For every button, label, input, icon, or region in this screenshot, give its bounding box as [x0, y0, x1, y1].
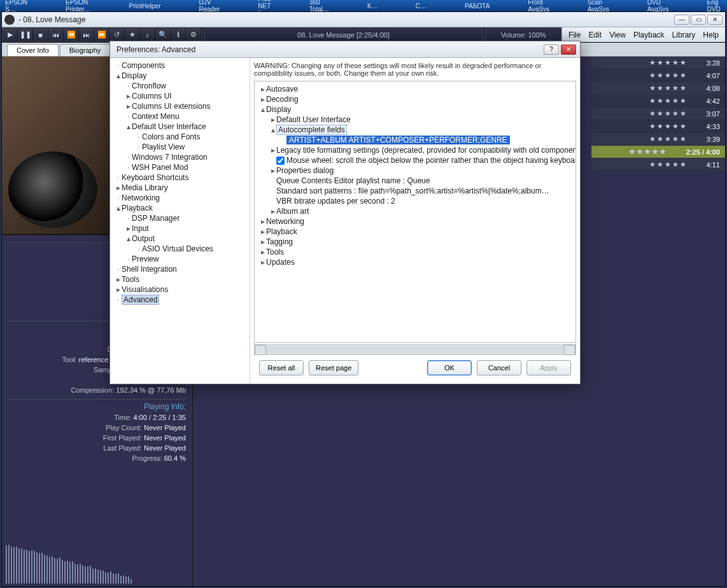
tree-node[interactable]: ▸Media Library: [113, 183, 247, 193]
tree-node[interactable]: ·Colors and Fonts: [113, 132, 247, 142]
tree-node[interactable]: ▸Columns UI: [113, 91, 247, 101]
tree-node[interactable]: ▴Playback: [113, 203, 247, 213]
search-button[interactable]: 🔍: [155, 28, 171, 41]
apply-button[interactable]: Apply: [526, 360, 571, 375]
playlist-row[interactable]: ★★★★★3:07: [591, 108, 725, 120]
taskbar-item[interactable]: К…: [367, 3, 378, 10]
settings-node[interactable]: ▸Tools: [257, 247, 573, 257]
ok-button[interactable]: OK: [427, 360, 472, 375]
playlist-row[interactable]: ★★★★★3:28: [591, 57, 725, 69]
taskbar-item[interactable]: EPSON S…: [5, 0, 27, 11]
taskbar-item[interactable]: Scan AvaSys: [588, 0, 609, 11]
menu-view[interactable]: View: [609, 31, 626, 39]
reset-page-button[interactable]: Reset page: [309, 360, 358, 375]
settings-node[interactable]: ▸Tagging: [257, 237, 573, 247]
taskbar-item[interactable]: EPSON Printer…: [66, 0, 90, 11]
tree-node[interactable]: ·Playlist View: [113, 142, 247, 152]
menu-playback[interactable]: Playback: [633, 31, 665, 39]
tree-node[interactable]: ▴Default User Interface: [113, 122, 247, 132]
volume-display[interactable]: Volume: 100%: [485, 27, 561, 42]
playlist-row[interactable]: ★★★★★4:11: [591, 158, 725, 171]
advanced-settings-tree[interactable]: ▸Autosave▸Decoding▴Display▸Default User …: [254, 81, 576, 343]
tree-node[interactable]: ▸Input: [113, 223, 247, 234]
taskbar-item[interactable]: 360 Total…: [309, 0, 329, 11]
settings-node[interactable]: ▸Autosave: [257, 84, 573, 94]
reset-all-button[interactable]: Reset all: [259, 360, 304, 375]
menu-edit[interactable]: Edit: [588, 31, 602, 39]
taskbar-item[interactable]: Front AvaSys: [528, 0, 549, 11]
play-button[interactable]: ▶: [3, 28, 18, 41]
pause-button[interactable]: ❚❚: [18, 28, 33, 41]
tab-biography[interactable]: Biography: [60, 44, 111, 56]
taskbar-item[interactable]: Free NET time: [258, 0, 271, 11]
taskbar-item[interactable]: С…: [416, 3, 427, 10]
next-button[interactable]: ⏭: [79, 28, 94, 41]
random-button[interactable]: ↺: [109, 28, 125, 41]
maximize-button[interactable]: ▭: [691, 15, 706, 25]
prev-button[interactable]: ⏮: [48, 28, 64, 41]
tree-node[interactable]: ·Preview: [113, 254, 247, 264]
tree-node[interactable]: ▴Display: [113, 71, 247, 81]
settings-node[interactable]: ▸Album art: [257, 206, 573, 216]
taskbar-item[interactable]: РАБОТА: [465, 3, 490, 10]
settings-node[interactable]: ▸Decoding: [257, 94, 573, 104]
tree-node[interactable]: ·WSH Panel Mod: [113, 162, 247, 172]
horizontal-scrollbar[interactable]: [254, 344, 576, 354]
tree-node[interactable]: ·Keyboard Shortcuts: [113, 172, 247, 183]
playlist-row[interactable]: ★★★★★4:08: [591, 82, 725, 95]
settings-node[interactable]: ▴Display: [257, 104, 573, 115]
settings-node[interactable]: ARTIST+ALBUM ARTIST+COMPOSER+PERFORMER;G…: [257, 135, 573, 145]
cancel-button[interactable]: Cancel: [477, 360, 521, 375]
settings-node[interactable]: Queue Contents Editor playlist name : Qu…: [257, 176, 573, 186]
stop-button[interactable]: ■: [33, 28, 48, 41]
note-button[interactable]: ♪: [140, 28, 155, 41]
tree-node[interactable]: ·ASIO Virtual Devices: [113, 244, 247, 254]
menu-library[interactable]: Library: [672, 31, 696, 39]
tab-cover info[interactable]: Cover Info: [7, 44, 59, 56]
playlist-row[interactable]: ★★★★★4:33: [591, 120, 725, 133]
settings-node[interactable]: ▸Legacy title formatting settings (depre…: [257, 145, 573, 155]
tree-node[interactable]: ·Context Menu: [113, 111, 247, 122]
taskbar-item[interactable]: DVD AvaSys: [647, 0, 669, 11]
tree-node[interactable]: ·Windows 7 Integration: [113, 152, 247, 162]
tree-node[interactable]: ▸Visualisations: [113, 284, 247, 295]
checkbox[interactable]: [276, 157, 285, 165]
tree-node[interactable]: ·Components: [113, 60, 247, 71]
settings-node[interactable]: ▸Updates: [257, 257, 573, 267]
settings-node[interactable]: VBR bitrate updates per second : 2: [257, 196, 573, 206]
dialog-close-button[interactable]: ✕: [561, 45, 576, 55]
preferences-tree[interactable]: ·Components▴Display·Chronflow▸Columns UI…: [110, 58, 250, 384]
settings-node[interactable]: ▸Networking: [257, 216, 573, 227]
menu-file[interactable]: File: [568, 31, 581, 39]
playlist-row[interactable]: ★★★★★2:25 / 4:00: [591, 146, 725, 158]
star-button[interactable]: ★: [125, 28, 140, 41]
taskbar-item[interactable]: Eng DVD: [707, 0, 721, 11]
taskbar-item[interactable]: PrintHelper: [129, 3, 160, 10]
menu-help[interactable]: Help: [703, 31, 719, 39]
settings-node[interactable]: ▸Properties dialog: [257, 165, 573, 176]
tree-node[interactable]: ·Shell Integration: [113, 264, 247, 274]
tree-node[interactable]: ▴Output: [113, 234, 247, 244]
dialog-help-button[interactable]: ?: [544, 45, 559, 55]
taskbar-item[interactable]: DJV Reader: [199, 0, 220, 11]
settings-node[interactable]: ▴Autocomplete fields: [257, 125, 573, 135]
tree-node[interactable]: ·Chronflow: [113, 81, 247, 91]
settings-node[interactable]: Mouse wheel: scroll the object below the…: [257, 155, 573, 165]
minimize-button[interactable]: —: [674, 15, 689, 25]
playlist-row[interactable]: ★★★★★4:07: [591, 69, 725, 82]
tree-node[interactable]: ·DSP Manager: [113, 213, 247, 223]
settings-node[interactable]: Standard sort patterns : file path=%path…: [257, 186, 573, 196]
tree-node[interactable]: ▸Columns UI extensions: [113, 101, 247, 111]
prevtrk-button[interactable]: ⏪: [64, 28, 79, 41]
tools-button[interactable]: ⚙: [186, 28, 201, 41]
settings-node[interactable]: ▸Default User Interface: [257, 115, 573, 125]
playlist-row[interactable]: ★★★★★3:39: [591, 133, 725, 146]
info-button[interactable]: ℹ: [171, 28, 186, 41]
nexttrk-button[interactable]: ⏩: [94, 28, 109, 41]
close-button[interactable]: ✕: [707, 15, 723, 25]
tree-node[interactable]: ·Networking: [113, 193, 247, 203]
settings-node[interactable]: ▸Playback: [257, 227, 573, 237]
playlist-row[interactable]: ★★★★★4:42: [591, 95, 725, 108]
tree-node[interactable]: ·Advanced: [113, 295, 247, 305]
tree-node[interactable]: ▸Tools: [113, 274, 247, 284]
